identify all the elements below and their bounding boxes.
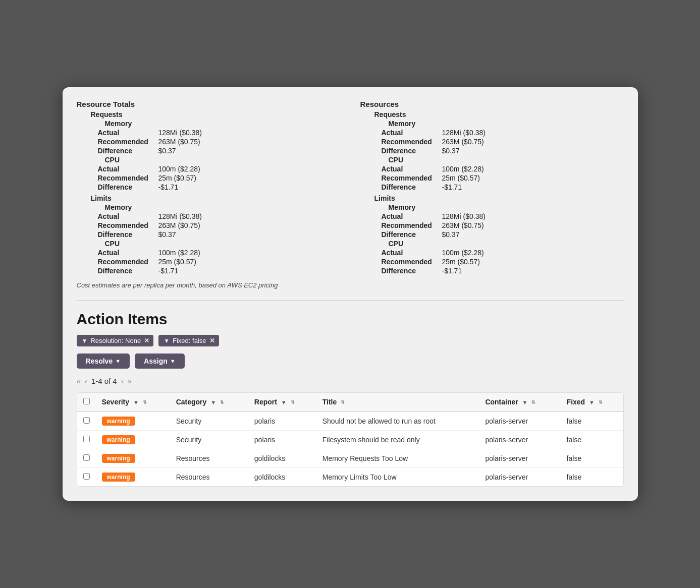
main-window: Resource Totals Requests Memory Actual 1… (63, 87, 638, 501)
severity-badge-3: warning (102, 473, 135, 482)
right-requests-cpu-label: CPU (360, 155, 624, 164)
funnel-icon-fixed: ▼ (164, 337, 170, 344)
select-all-col[interactable] (77, 393, 96, 411)
container-sort-icon[interactable]: ⇅ (531, 400, 535, 405)
right-col-title: Resources (360, 99, 624, 110)
severity-sort-icon[interactable]: ⇅ (143, 400, 147, 405)
right-lim-mem-recommended: Recommended 263M ($0.75) (360, 221, 624, 230)
row-report-3: goldilocks (248, 468, 316, 487)
th-report[interactable]: Report ▼ ⇅ (248, 393, 316, 411)
row-severity-3: warning (96, 468, 170, 487)
left-lim-cpu-recommended: Recommended 25m ($0.57) (77, 257, 340, 266)
filter-chip-fixed-close[interactable]: ✕ (209, 337, 215, 344)
right-req-mem-difference: Difference $0.37 (360, 146, 624, 155)
th-title[interactable]: Title ⇅ (316, 393, 479, 411)
row-checkbox-0[interactable] (83, 417, 90, 424)
table-row: warning Security polaris Should not be a… (77, 411, 623, 431)
row-container-2: polaris-server (479, 449, 560, 468)
th-severity[interactable]: Severity ▼ ⇅ (96, 393, 170, 411)
right-limits-cpu-label: CPU (360, 239, 624, 248)
resolve-caret-icon: ▼ (115, 358, 121, 364)
action-items-section: Action Items ▼ Resolution: None ✕ ▼ Fixe… (77, 311, 624, 487)
row-category-3: Resources (170, 468, 248, 487)
right-limits-memory-label: Memory (360, 203, 624, 212)
row-checkbox-1[interactable] (83, 436, 90, 442)
fixed-sort-icon[interactable]: ⇅ (599, 400, 603, 405)
left-lim-cpu-actual: Actual 100m ($2.28) (77, 248, 340, 257)
first-page-button[interactable]: « (77, 377, 81, 385)
select-all-checkbox[interactable] (83, 398, 90, 404)
assign-caret-icon: ▼ (170, 358, 176, 364)
category-filter-icon[interactable]: ▼ (210, 399, 216, 405)
row-severity-1: warning (96, 431, 170, 449)
left-req-mem-recommended: Recommended 263M ($0.75) (77, 137, 340, 146)
row-category-2: Resources (170, 449, 248, 468)
row-checkbox-3[interactable] (83, 473, 90, 480)
row-title-3: Memory Limits Too Low (316, 468, 479, 487)
row-container-1: polaris-server (479, 431, 560, 449)
row-title-2: Memory Requests Too Low (316, 449, 479, 468)
left-lim-mem-difference: Difference $0.37 (77, 230, 340, 239)
row-checkbox-cell[interactable] (77, 449, 96, 468)
resource-totals-right: Resources Requests Memory Actual 128Mi (… (360, 99, 624, 275)
resource-totals-left: Resource Totals Requests Memory Actual 1… (77, 99, 340, 275)
left-req-mem-actual: Actual 128Mi ($0.38) (77, 128, 340, 137)
assign-button[interactable]: Assign ▼ (135, 354, 185, 369)
right-requests-label: Requests (360, 110, 624, 119)
left-req-cpu-recommended: Recommended 25m ($0.57) (77, 173, 340, 183)
fixed-filter-icon[interactable]: ▼ (589, 399, 595, 405)
left-requests-cpu-label: CPU (77, 155, 340, 164)
left-limits-memory-label: Memory (77, 203, 340, 212)
severity-badge-0: warning (102, 417, 135, 426)
left-req-cpu-difference: Difference -$1.71 (77, 183, 340, 192)
right-req-mem-recommended: Recommended 263M ($0.75) (360, 137, 624, 146)
row-report-1: polaris (248, 431, 316, 449)
right-lim-cpu-recommended: Recommended 25m ($0.57) (360, 257, 624, 266)
container-filter-icon[interactable]: ▼ (522, 399, 528, 405)
table-row: warning Security polaris Filesystem shou… (77, 431, 623, 449)
row-fixed-2: false (561, 449, 623, 468)
right-req-cpu-recommended: Recommended 25m ($0.57) (360, 173, 624, 183)
row-title-0: Should not be allowed to run as root (316, 411, 479, 431)
right-lim-mem-difference: Difference $0.37 (360, 230, 624, 239)
row-title-1: Filesystem should be read only (316, 431, 479, 449)
action-button-row: Resolve ▼ Assign ▼ (77, 354, 624, 369)
row-report-2: goldilocks (248, 449, 316, 468)
row-category-0: Security (170, 411, 248, 431)
filter-chip-fixed[interactable]: ▼ Fixed: false ✕ (158, 335, 219, 346)
left-lim-cpu-difference: Difference -$1.71 (77, 266, 340, 275)
severity-filter-icon[interactable]: ▼ (133, 399, 139, 405)
page-info: 1-4 of 4 (91, 377, 117, 385)
left-requests-label: Requests (77, 110, 340, 119)
th-category[interactable]: Category ▼ ⇅ (170, 393, 248, 411)
filter-chip-resolution-close[interactable]: ✕ (144, 337, 149, 344)
row-category-1: Security (170, 431, 248, 449)
severity-badge-2: warning (102, 454, 135, 463)
right-lim-cpu-actual: Actual 100m ($2.28) (360, 248, 624, 257)
next-page-button[interactable]: › (121, 377, 124, 385)
row-checkbox-cell[interactable] (77, 411, 96, 431)
th-fixed[interactable]: Fixed ▼ ⇅ (561, 393, 623, 411)
filter-chip-resolution[interactable]: ▼ Resolution: None ✕ (77, 335, 154, 346)
prev-page-button[interactable]: ‹ (85, 377, 87, 385)
report-sort-icon[interactable]: ⇅ (291, 400, 295, 405)
action-items-table: Severity ▼ ⇅ Category ▼ ⇅ Report ▼ ⇅ (77, 393, 623, 486)
last-page-button[interactable]: » (128, 377, 132, 385)
row-checkbox-2[interactable] (83, 454, 90, 461)
right-limits-label: Limits (360, 194, 624, 203)
resolve-button-label: Resolve (86, 357, 113, 365)
right-lim-cpu-difference: Difference -$1.71 (360, 266, 624, 275)
left-lim-mem-recommended: Recommended 263M ($0.75) (77, 221, 340, 230)
report-filter-icon[interactable]: ▼ (281, 399, 287, 405)
category-sort-icon[interactable]: ⇅ (220, 400, 224, 405)
resolve-button[interactable]: Resolve ▼ (77, 354, 130, 369)
row-container-3: polaris-server (479, 468, 560, 487)
th-container[interactable]: Container ▼ ⇅ (479, 393, 560, 411)
row-checkbox-cell[interactable] (77, 431, 96, 449)
right-lim-mem-actual: Actual 128Mi ($0.38) (360, 212, 624, 221)
pagination: « ‹ 1-4 of 4 › » (77, 377, 624, 385)
title-sort-icon[interactable]: ⇅ (341, 400, 345, 405)
filter-row: ▼ Resolution: None ✕ ▼ Fixed: false ✕ (77, 335, 624, 346)
row-checkbox-cell[interactable] (77, 468, 96, 487)
resource-totals-section: Resource Totals Requests Memory Actual 1… (77, 99, 624, 275)
